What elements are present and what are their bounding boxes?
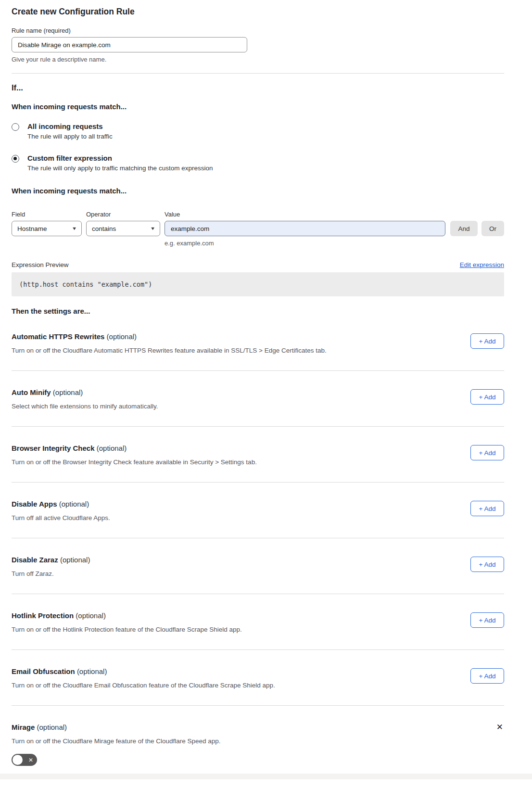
chevron-down-icon: ▼ — [150, 226, 155, 231]
add-button[interactable]: + Add — [470, 557, 504, 572]
chevron-down-icon: ▼ — [72, 226, 77, 231]
operator-select-value: contains — [92, 225, 116, 232]
setting-title: Auto Minify (optional) — [12, 388, 158, 396]
setting-title: Disable Zaraz (optional) — [12, 556, 90, 564]
setting-title: Mirage (optional) — [12, 723, 67, 731]
configuration-rule-form: Create new Configuration Rule Rule name … — [0, 0, 532, 766]
radio-unselected-icon[interactable] — [12, 123, 19, 131]
builder-heading: When incoming requests match... — [12, 187, 504, 195]
radio-label: All incoming requests — [27, 122, 113, 130]
add-button[interactable]: + Add — [470, 501, 504, 516]
field-select-value: Hostname — [17, 225, 47, 232]
field-select[interactable]: Hostname ▼ — [12, 221, 82, 236]
setting-description: Turn on or off the Hotlink Protection fe… — [12, 626, 242, 633]
setting-title: Browser Integrity Check (optional) — [12, 444, 257, 452]
field-label: Field — [12, 211, 86, 218]
radio-description: The rule will apply to all traffic — [27, 133, 113, 140]
add-button[interactable]: + Add — [470, 389, 504, 405]
radio-all-incoming-requests[interactable]: All incoming requests The rule will appl… — [12, 122, 504, 140]
setting-text: Hotlink Protection (optional) Turn on or… — [12, 611, 242, 633]
rule-name-input[interactable] — [12, 37, 247, 52]
mirage-description: Turn on or off the Cloudflare Mirage fea… — [12, 737, 504, 745]
add-button[interactable]: + Add — [470, 612, 504, 628]
edit-expression-link[interactable]: Edit expression — [460, 261, 504, 268]
rule-name-label: Rule name (required) — [12, 27, 504, 34]
setting-row: Disable Zaraz (optional) Turn off Zaraz.… — [12, 538, 504, 594]
rule-name-helper: Give your rule a descriptive name. — [12, 56, 504, 63]
optional-label: (optional) — [60, 556, 90, 564]
add-button[interactable]: + Add — [470, 445, 504, 460]
page-title: Create new Configuration Rule — [12, 7, 504, 17]
toggle-off-x-icon: ✕ — [28, 757, 33, 763]
setting-row: Hotlink Protection (optional) Turn on or… — [12, 594, 504, 650]
value-input[interactable] — [165, 221, 445, 236]
operator-label: Operator — [86, 211, 165, 218]
setting-text: Automatic HTTPS Rewrites (optional) Turn… — [12, 332, 327, 354]
setting-row-mirage: Mirage (optional) ✕ Turn on or off the C… — [12, 706, 504, 766]
setting-row: Auto Minify (optional) Select which file… — [12, 371, 504, 427]
setting-text: Disable Apps (optional) Turn off all act… — [12, 500, 110, 521]
setting-description: Turn off all active Cloudflare Apps. — [12, 514, 110, 521]
expression-code-box: (http.host contains "example.com") — [12, 272, 504, 296]
and-button[interactable]: And — [450, 221, 478, 236]
add-button[interactable]: + Add — [470, 333, 504, 349]
mirage-title: Mirage — [12, 723, 35, 731]
optional-label: (optional) — [77, 667, 107, 675]
setting-description: Turn on or off the Cloudflare Automatic … — [12, 347, 327, 354]
setting-text: Disable Zaraz (optional) Turn off Zaraz. — [12, 556, 90, 577]
radio-label: Custom filter expression — [27, 154, 213, 162]
expression-preview-label: Expression Preview — [12, 261, 69, 268]
value-helper: e.g. example.com — [165, 240, 504, 247]
close-icon[interactable]: ✕ — [496, 723, 503, 731]
optional-label: (optional) — [59, 500, 89, 508]
radio-description: The rule will only apply to traffic matc… — [27, 165, 213, 172]
setting-title: Automatic HTTPS Rewrites (optional) — [12, 332, 327, 341]
match-heading: When incoming requests match... — [12, 102, 504, 111]
section-divider — [12, 73, 504, 74]
setting-description: Turn on or off the Cloudflare Email Obfu… — [12, 682, 275, 689]
optional-label: (optional) — [107, 332, 137, 341]
radio-selected-icon[interactable] — [12, 155, 19, 163]
expression-preview-header: Expression Preview Edit expression — [12, 261, 504, 268]
setting-row: Browser Integrity Check (optional) Turn … — [12, 427, 504, 483]
setting-title: Email Obfuscation (optional) — [12, 667, 275, 675]
setting-row: Email Obfuscation (optional) Turn on or … — [12, 650, 504, 706]
setting-row: Automatic HTTPS Rewrites (optional) Turn… — [12, 315, 504, 371]
optional-label: (optional) — [37, 723, 67, 731]
page-bottom-strip — [0, 774, 532, 779]
radio-custom-filter-expression[interactable]: Custom filter expression The rule will o… — [12, 154, 504, 172]
setting-description: Turn off Zaraz. — [12, 570, 90, 577]
builder-controls-row: Hostname ▼ contains ▼ And Or — [12, 221, 504, 236]
setting-text: Auto Minify (optional) Select which file… — [12, 388, 158, 410]
setting-text: Browser Integrity Check (optional) Turn … — [12, 444, 257, 466]
setting-description: Select which file extensions to minify a… — [12, 403, 158, 410]
operator-select[interactable]: contains ▼ — [86, 221, 160, 236]
settings-list: Automatic HTTPS Rewrites (optional) Turn… — [12, 315, 504, 706]
setting-title: Hotlink Protection (optional) — [12, 611, 242, 620]
value-label: Value — [165, 211, 180, 218]
optional-label: (optional) — [97, 444, 127, 452]
then-heading: Then the settings are... — [12, 307, 504, 315]
setting-row: Disable Apps (optional) Turn off all act… — [12, 483, 504, 538]
builder-labels-row: Field Operator Value — [12, 211, 504, 218]
expression-code: (http.host contains "example.com") — [19, 280, 152, 288]
mirage-toggle[interactable]: ✕ — [12, 754, 37, 766]
optional-label: (optional) — [76, 611, 106, 620]
toggle-knob[interactable] — [13, 755, 23, 765]
setting-text: Email Obfuscation (optional) Turn on or … — [12, 667, 275, 689]
optional-label: (optional) — [53, 388, 83, 396]
setting-title: Disable Apps (optional) — [12, 500, 110, 508]
or-button[interactable]: Or — [481, 221, 504, 236]
add-button[interactable]: + Add — [470, 668, 504, 684]
setting-description: Turn on or off the Browser Integrity Che… — [12, 458, 257, 466]
if-heading: If... — [12, 83, 504, 92]
